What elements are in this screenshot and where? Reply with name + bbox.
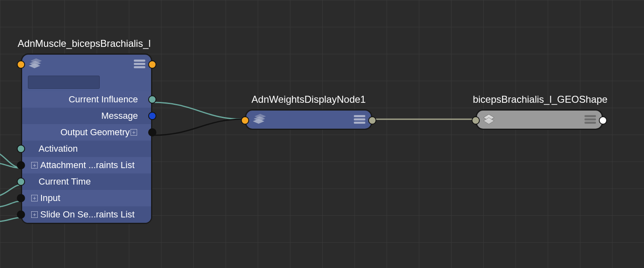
attr-label: Attachment ...raints List xyxy=(40,160,135,171)
port-current-time[interactable] xyxy=(17,178,25,186)
attr-input[interactable]: + Input xyxy=(22,190,151,206)
svg-rect-0 xyxy=(134,60,145,62)
attr-label: Slide On Se...raints List xyxy=(40,209,135,220)
node-title-shape: bicepsBrachialis_l_GEOShape xyxy=(473,94,607,105)
node-weights[interactable] xyxy=(245,109,372,130)
port-current-influence[interactable] xyxy=(148,95,156,104)
attr-message[interactable]: Message xyxy=(22,108,151,124)
attr-label: Current Influence xyxy=(69,94,138,105)
diamond-layers-icon xyxy=(483,114,495,125)
port-muscle-out[interactable] xyxy=(148,60,156,69)
node-header-shape[interactable] xyxy=(477,111,602,129)
svg-rect-3 xyxy=(354,115,365,117)
attr-label: Input xyxy=(40,193,60,203)
port-output-geometry[interactable] xyxy=(148,128,156,136)
node-shape[interactable] xyxy=(476,109,603,130)
expand-icon[interactable]: + xyxy=(31,162,38,169)
lines-icon xyxy=(354,115,365,124)
node-search-input[interactable] xyxy=(28,76,100,89)
svg-rect-8 xyxy=(584,115,596,117)
attr-slide-list[interactable]: + Slide On Se...raints List xyxy=(22,206,151,223)
svg-rect-5 xyxy=(354,122,365,124)
layers-icon xyxy=(28,58,42,70)
node-title-muscle: AdnMuscle_bicepsBrachialis_l xyxy=(18,38,151,49)
attr-label: Current Time xyxy=(39,176,91,187)
node-title-weights: AdnWeightsDisplayNode1 xyxy=(252,94,366,105)
node-header-weights[interactable] xyxy=(246,111,371,129)
node-muscle[interactable]: Current Influence Message Output Geometr… xyxy=(21,53,152,224)
attr-label: Output Geometry xyxy=(60,127,130,138)
expand-icon[interactable]: + xyxy=(31,195,38,201)
node-graph-canvas[interactable]: AdnMuscle_bicepsBrachialis_l xyxy=(0,0,644,268)
port-activation[interactable] xyxy=(17,145,25,153)
lines-icon xyxy=(584,115,596,124)
svg-rect-9 xyxy=(584,118,596,120)
port-slide-list[interactable] xyxy=(17,210,25,219)
attr-activation[interactable]: Activation xyxy=(22,141,151,157)
svg-rect-1 xyxy=(134,63,145,65)
attr-output-geometry[interactable]: Output Geometry + xyxy=(22,124,151,141)
attr-label: Activation xyxy=(39,143,78,154)
attr-current-influence[interactable]: Current Influence xyxy=(22,91,151,108)
lines-icon xyxy=(134,60,145,69)
attr-current-time[interactable]: Current Time xyxy=(22,173,151,190)
attr-label: Message xyxy=(101,111,138,121)
expand-icon[interactable]: + xyxy=(131,129,137,136)
layers-icon xyxy=(252,114,266,125)
svg-rect-10 xyxy=(584,122,596,124)
port-weights-in[interactable] xyxy=(241,116,249,125)
port-weights-out[interactable] xyxy=(368,116,376,125)
attr-attachment-list[interactable]: + Attachment ...raints List xyxy=(22,157,151,173)
expand-icon[interactable]: + xyxy=(31,211,38,218)
svg-rect-2 xyxy=(134,66,145,68)
port-shape-out[interactable] xyxy=(599,116,607,125)
port-muscle-in[interactable] xyxy=(17,60,25,69)
port-message[interactable] xyxy=(148,112,156,120)
node-header-muscle[interactable] xyxy=(22,55,151,73)
port-shape-in[interactable] xyxy=(472,116,480,125)
svg-rect-4 xyxy=(354,118,365,120)
port-attachment-list[interactable] xyxy=(17,161,25,169)
port-input[interactable] xyxy=(17,194,25,202)
